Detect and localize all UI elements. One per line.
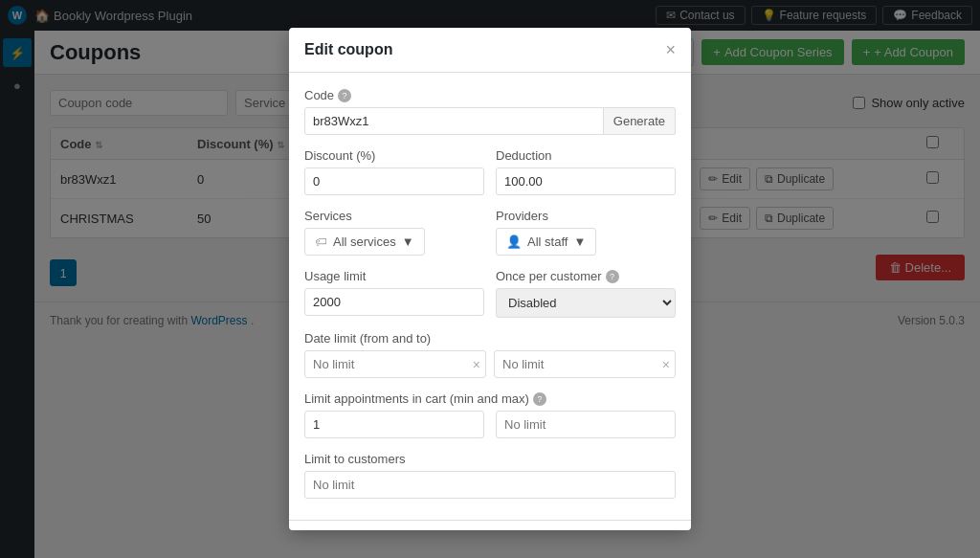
limit-appointments-inputs	[304, 411, 676, 438]
edit-coupon-modal: Edit coupon × Code ? Generate Discount (…	[289, 28, 691, 530]
usage-limit-group: Usage limit	[304, 269, 484, 318]
date-to-wrap: ×	[494, 350, 676, 378]
limit-appointments-label: Limit appointments in cart (min and max)…	[304, 391, 676, 406]
modal-header: Edit coupon ×	[289, 28, 691, 73]
limit-appt-max-input[interactable]	[496, 411, 676, 438]
modal-overlay: Edit coupon × Code ? Generate Discount (…	[0, 0, 980, 558]
modal-title: Edit coupon	[304, 41, 392, 58]
limit-customers-input[interactable]	[304, 471, 676, 499]
chevron-down-icon: ▼	[402, 234, 414, 249]
discount-group: Discount (%)	[304, 148, 484, 195]
code-input[interactable]	[304, 107, 604, 135]
deduction-group: Deduction	[496, 148, 676, 195]
limit-appt-min-group	[304, 411, 484, 438]
tag-icon: 🏷	[315, 234, 327, 249]
code-field-group: Code ? Generate	[304, 88, 676, 135]
usage-limit-input[interactable]	[304, 288, 484, 316]
services-select[interactable]: 🏷 All services ▼	[304, 228, 425, 256]
limit-customers-group: Limit to customers	[304, 452, 676, 499]
code-help-icon[interactable]: ?	[338, 89, 351, 102]
limit-appointments-group: Limit appointments in cart (min and max)…	[304, 391, 676, 438]
limit-customers-label: Limit to customers	[304, 452, 676, 466]
modal-body: Code ? Generate Discount (%) Deduction	[289, 73, 691, 520]
limit-appt-min-input[interactable]	[304, 411, 484, 438]
services-label: Services	[304, 209, 484, 223]
date-to-input[interactable]	[494, 350, 676, 378]
providers-group: Providers 👤 All staff ▼	[496, 209, 676, 256]
services-group: Services 🏷 All services ▼	[304, 209, 484, 256]
usage-once-row: Usage limit Once per customer ? Disabled	[304, 269, 676, 318]
once-per-customer-label: Once per customer ?	[496, 269, 676, 283]
once-per-customer-select[interactable]: Disabled	[496, 288, 676, 318]
limit-appt-max-group	[496, 411, 676, 438]
date-from-wrap: ×	[304, 350, 486, 378]
services-providers-row: Services 🏷 All services ▼ Providers 👤 Al…	[304, 209, 676, 256]
person-icon: 👤	[506, 234, 522, 249]
providers-select[interactable]: 👤 All staff ▼	[496, 228, 596, 256]
date-from-clear[interactable]: ×	[473, 357, 480, 372]
discount-input[interactable]	[304, 167, 484, 195]
date-limit-inputs: × ×	[304, 350, 676, 378]
modal-close-button[interactable]: ×	[665, 41, 676, 58]
deduction-input[interactable]	[496, 167, 676, 195]
limit-appt-help-icon[interactable]: ?	[533, 392, 546, 406]
discount-deduction-row: Discount (%) Deduction	[304, 148, 676, 195]
code-input-wrap: Generate	[304, 107, 676, 135]
date-limit-group: Date limit (from and to) × ×	[304, 331, 676, 378]
modal-footer: Create another coupon Save Cancel	[289, 520, 691, 530]
date-to-clear[interactable]: ×	[662, 357, 670, 372]
code-label: Code ?	[304, 88, 676, 102]
providers-label: Providers	[496, 209, 676, 223]
once-help-icon[interactable]: ?	[606, 270, 619, 283]
date-from-input[interactable]	[304, 350, 486, 378]
date-limit-label: Date limit (from and to)	[304, 331, 676, 346]
once-per-customer-group: Once per customer ? Disabled	[496, 269, 676, 318]
deduction-label: Deduction	[496, 148, 676, 163]
chevron-down-icon: ▼	[573, 234, 586, 249]
usage-limit-label: Usage limit	[304, 269, 484, 283]
discount-label: Discount (%)	[304, 148, 484, 163]
generate-button[interactable]: Generate	[604, 107, 676, 135]
